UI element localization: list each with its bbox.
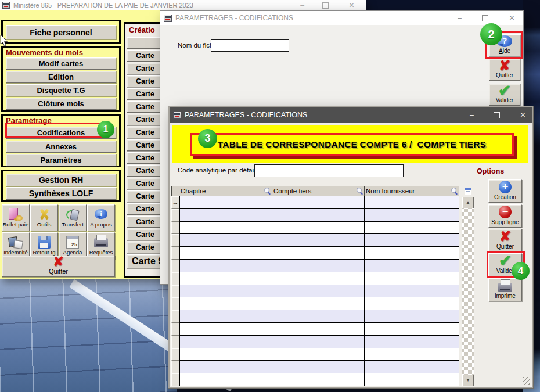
table-cell[interactable] (179, 348, 272, 361)
table-cell[interactable] (272, 336, 365, 348)
carte-button[interactable]: Carte (127, 242, 164, 253)
modif-cartes-button[interactable]: Modif cartes (6, 57, 116, 70)
search-icon[interactable] (264, 188, 271, 195)
table-cell[interactable] (179, 222, 272, 235)
table-row[interactable] (171, 272, 460, 285)
table-row[interactable] (171, 373, 460, 386)
table-cell[interactable] (272, 323, 365, 336)
table-cell[interactable] (365, 285, 459, 298)
row-selector[interactable] (171, 361, 179, 373)
carte-button[interactable]: Carte (127, 178, 164, 189)
table-cell[interactable] (179, 209, 272, 222)
table-row[interactable] (171, 297, 460, 310)
search-icon[interactable] (356, 188, 363, 195)
fiche-personnel-button[interactable]: Fiche personnel (6, 25, 116, 39)
bullet-paie-button[interactable]: Bullet paie (2, 204, 30, 231)
carte-button[interactable]: Carte (127, 190, 164, 202)
carte-button[interactable]: Carte (127, 152, 164, 164)
table-cell[interactable] (365, 222, 459, 235)
carte-button[interactable]: Carte (127, 50, 164, 62)
table-cell[interactable] (272, 373, 365, 386)
scrollbar-track[interactable] (462, 208, 474, 375)
valider-button[interactable]: ✔Valider (489, 84, 520, 106)
table-cell[interactable] (179, 310, 272, 323)
close-button[interactable] (519, 111, 527, 119)
outils-button[interactable]: Outils (30, 204, 58, 231)
table-row[interactable] (171, 234, 460, 247)
table-cell[interactable] (179, 247, 272, 260)
codif-titlebar[interactable]: PARAMETRAGES - CODIFICATIONS (160, 11, 523, 25)
table-cell[interactable] (365, 260, 459, 272)
carte-button[interactable]: Carte (127, 101, 164, 113)
quitter-button[interactable]: ✘ Quitter (2, 256, 115, 277)
table-cell[interactable] (272, 297, 365, 310)
table-cell[interactable] (179, 373, 272, 386)
row-selector[interactable] (171, 260, 179, 272)
table-row[interactable] (171, 323, 460, 336)
column-header[interactable]: Nom fournisseur (365, 186, 459, 196)
table-row[interactable] (171, 260, 460, 272)
maximize-button[interactable] (321, 2, 330, 10)
scroll-down-button[interactable] (462, 375, 474, 386)
table-scrollbar[interactable] (462, 186, 474, 386)
row-selector[interactable] (171, 272, 179, 285)
table-cell[interactable] (365, 272, 459, 285)
carte-button-blank[interactable] (127, 37, 164, 49)
table-cell[interactable] (272, 272, 365, 285)
table-row[interactable] (171, 348, 460, 361)
cloture-mois-button[interactable]: Clôture mois (6, 98, 116, 110)
table-cell[interactable] (272, 209, 365, 222)
table-row[interactable] (171, 285, 460, 298)
table-cell[interactable] (179, 323, 272, 336)
transfert-button[interactable]: Transfert (59, 204, 87, 231)
table-row[interactable] (171, 196, 460, 209)
row-selector[interactable] (171, 348, 179, 361)
quitter-button[interactable]: ✘Quitter (489, 59, 520, 81)
table-cell[interactable] (179, 285, 272, 298)
carte-button[interactable]: Carte (127, 75, 164, 87)
table-row[interactable] (171, 336, 460, 348)
syntheses-lolf-button[interactable]: Synthèses LOLF (6, 187, 116, 200)
maximize-button[interactable] (481, 15, 489, 23)
table-cell[interactable] (272, 285, 365, 298)
table-cell[interactable] (365, 310, 459, 323)
row-selector[interactable] (171, 209, 179, 222)
table-cell[interactable] (272, 260, 365, 272)
table-cell[interactable] (365, 247, 459, 260)
table-cell[interactable] (365, 361, 459, 373)
table-cell[interactable] (179, 361, 272, 373)
table-cell[interactable] (365, 196, 459, 209)
row-selector[interactable] (171, 323, 179, 336)
close-button[interactable] (507, 14, 516, 22)
table-cell[interactable] (365, 297, 459, 310)
carte-button[interactable]: Carte (127, 63, 164, 74)
table-cell[interactable] (365, 373, 459, 386)
a-propos-button[interactable]: i A propos (87, 204, 115, 231)
table-cell[interactable] (179, 272, 272, 285)
row-selector[interactable] (171, 234, 179, 247)
table-row[interactable] (171, 247, 460, 260)
row-selector[interactable] (171, 310, 179, 323)
table-cell[interactable] (179, 234, 272, 247)
row-selector[interactable] (171, 247, 179, 260)
resize-grip[interactable] (523, 377, 530, 385)
minimize-button[interactable] (298, 1, 307, 9)
row-selector[interactable] (171, 222, 179, 235)
table-cell[interactable] (365, 234, 459, 247)
disquette-tg-button[interactable]: Disquette T.G (6, 84, 116, 96)
table-cell[interactable] (365, 336, 459, 348)
minimize-button[interactable] (455, 14, 464, 22)
maximize-button[interactable] (492, 112, 501, 120)
quitter-button[interactable]: ✘Quitter (488, 229, 522, 252)
scroll-up-button[interactable] (462, 197, 474, 208)
carte-button[interactable]: Carte (127, 114, 164, 125)
file-name-input[interactable] (211, 39, 289, 52)
table-row[interactable] (171, 310, 460, 323)
main-titlebar[interactable]: Ministère 865 - PREPARATION DE LA PAIE D… (0, 0, 366, 10)
row-selector[interactable] (171, 285, 179, 298)
table-cell[interactable] (272, 247, 365, 260)
search-icon[interactable] (451, 188, 458, 195)
table-cell[interactable] (365, 348, 459, 361)
supp-ligne-button[interactable]: −Supp ligne (488, 204, 522, 228)
table-cell[interactable] (272, 361, 365, 373)
